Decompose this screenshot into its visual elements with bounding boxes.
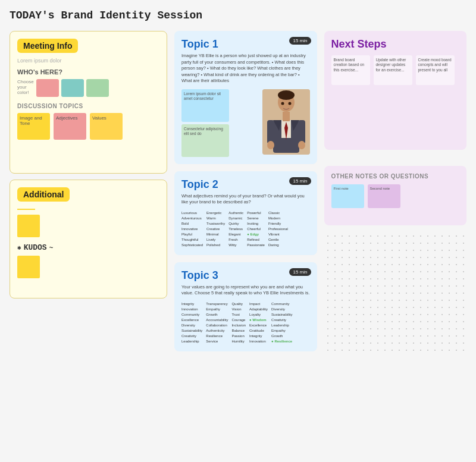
val-item: Inclusion (231, 323, 246, 328)
adj-item: Energetic (206, 210, 225, 216)
val-item: Sustainability (271, 312, 292, 318)
topic1-sticky1: Lorem ipsum dolor sit amet consectetur (181, 89, 229, 122)
adj-item: Elegant (228, 232, 243, 237)
ns-item-1: Brand board creation based on this exerc… (331, 55, 370, 85)
svg-point-12 (298, 141, 305, 149)
adj-item: Gentle (268, 237, 288, 243)
adj-item: Luxurious (181, 210, 203, 216)
adj-item: Timeless (228, 227, 243, 232)
svg-point-11 (267, 141, 274, 149)
other-notes-panel: OTHER NOTES OR QUESTIONS First note Seco… (324, 166, 467, 225)
topic3-body: Your values are going to represent who y… (181, 284, 310, 297)
val-item-selected2: ● Resilience (271, 339, 292, 344)
val-item: Diversity (181, 323, 202, 328)
swatch-pink[interactable] (36, 79, 59, 97)
adj-col-5: Classic Modern Friendly Professional Vib… (268, 210, 288, 248)
val-item: Excellence (249, 323, 268, 328)
next-steps-panel: Next Steps Brand board creation based on… (324, 31, 467, 150)
val-item: Sustainability (181, 328, 202, 334)
val-col-2: Transparency Empathy Growth Accountabili… (206, 301, 228, 344)
adj-col-1: Luxurious Adventurous Bold Innovative Pl… (181, 210, 203, 248)
topic1-sticky2: Consectetur adipiscing elit sed do (181, 124, 229, 157)
val-item: Quality (231, 301, 246, 307)
adj-item: Friendly (268, 221, 288, 227)
svg-rect-9 (267, 120, 274, 144)
on-item-2: Second note (368, 184, 400, 208)
kudos-section: ✱ KUDOS ~ (17, 243, 159, 278)
adj-item: Refined (247, 237, 265, 243)
kudos-sticky (17, 256, 40, 278)
adj-item: Professional (268, 227, 288, 232)
val-item: Passion (231, 334, 246, 339)
who-label: WHO's HERE? (17, 68, 159, 76)
right-spacer (324, 157, 467, 159)
svg-rect-10 (298, 120, 305, 144)
adj-item: Inviting (247, 221, 265, 227)
val-item: Loyalty (249, 312, 268, 318)
adj-item: Modern (268, 216, 288, 221)
adj-item: Minimal (206, 232, 225, 237)
val-item: Innovation (181, 307, 202, 312)
adj-col-3: Authentic Dynamic Quirky Timeless Elegan… (228, 210, 243, 248)
val-item: Adaptability (249, 307, 268, 312)
adj-col-4: Powerful Serene Inviting Cheerful ● Edgy… (247, 210, 265, 248)
val-item: Courage (231, 318, 246, 323)
val-item: Integrity (181, 301, 202, 307)
val-item: Integrity (249, 334, 268, 339)
val-item: Growth (206, 312, 228, 318)
adj-item: Powerful (247, 210, 265, 216)
topic1-body: Imagine YB Ellie is a person who just sh… (181, 53, 310, 84)
meeting-info-header: Meeting Info (17, 39, 78, 53)
next-steps-header: Next Steps (331, 38, 460, 51)
svg-point-14 (288, 102, 291, 105)
val-item: Balance (231, 328, 246, 334)
val-item: Collaboration (206, 323, 228, 328)
val-item: Resilience (206, 334, 228, 339)
other-notes-header: OTHER NOTES OR QUESTIONS (331, 173, 460, 180)
ns-item-2: Update with other designer updates for a… (374, 55, 412, 85)
val-item: Accountability (206, 318, 228, 323)
adj-item: Innovative (181, 227, 203, 232)
on-item-1: First note (331, 184, 364, 208)
adj-col-2: Energetic Warm Trustworthy Creative Mini… (206, 210, 225, 248)
topic1-panel: 15 min Topic 1 Imagine YB Ellie is a per… (174, 31, 317, 164)
topic2-panel: 15 min Topic 2 What adjectives remind yo… (174, 171, 317, 255)
val-item: Vision (231, 307, 246, 312)
swatch-teal[interactable] (61, 79, 84, 97)
topic1-timer: 15 min (289, 37, 311, 45)
meeting-info-subtitle: Lorem ipsum dolor (17, 58, 159, 64)
val-item: Humility (231, 339, 246, 344)
ns-item-3: Create mood board concepts and will pres… (416, 55, 455, 85)
kudos-text: ✱ KUDOS ~ (17, 243, 159, 252)
meeting-info-panel: Meeting Info Lorem ipsum dolor WHO's HER… (10, 31, 167, 174)
topic2-adjectives: Luxurious Adventurous Bold Innovative Pl… (181, 210, 310, 248)
topic2-timer: 15 min (289, 177, 311, 185)
val-item: Impact (249, 301, 268, 307)
val-item: Creativity (181, 334, 202, 339)
adj-item: Cheerful (247, 227, 265, 232)
topic2-body: What adjectives remind you of your brand… (181, 193, 310, 206)
adj-item-selected: ● Edgy (247, 232, 265, 237)
disc-item-adjectives: Adjectives (54, 113, 86, 140)
val-item-selected: ● Wisdom (249, 318, 268, 323)
page-title: TODAY's Brand Identity Session (10, 10, 466, 21)
adj-item: Warm (206, 216, 225, 221)
color-swatches: Choose your color! (17, 79, 159, 97)
next-steps-items: Brand board creation based on this exerc… (331, 55, 460, 85)
swatch-green[interactable] (86, 79, 109, 97)
val-item: Empathy (271, 328, 292, 334)
val-col-4: Impact Adaptability Loyalty ● Wisdom Exc… (249, 301, 268, 344)
disc-item-image-tone: Image and Tone (17, 113, 50, 140)
val-item: Community (181, 312, 202, 318)
val-item: Gratitude (249, 328, 268, 334)
adj-item: Dynamic (228, 216, 243, 221)
adj-item: Passionate (247, 243, 265, 248)
additional-line (17, 209, 35, 210)
additional-header: Additional (17, 187, 70, 202)
adj-item: Sophisticated (181, 243, 203, 248)
topic1-content: Lorem ipsum dolor sit amet consectetur C… (181, 89, 310, 157)
dotted-area (324, 232, 467, 351)
adj-item: Playful (181, 232, 203, 237)
discussion-items: Image and Tone Adjectives Values (17, 113, 159, 140)
topic3-panel: 15 min Topic 3 Your values are going to … (174, 262, 317, 351)
